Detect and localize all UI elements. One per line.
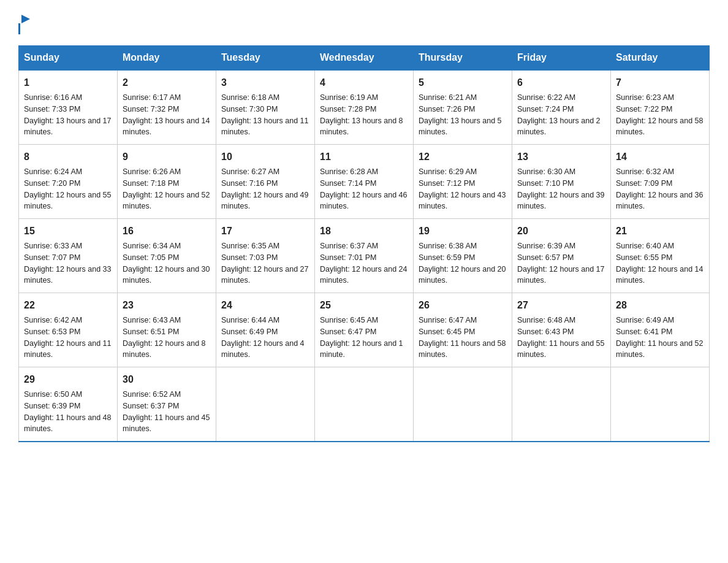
sunrise-text: Sunrise: 6:40 AM: [616, 242, 674, 250]
calendar-week-row: 15Sunrise: 6:33 AMSunset: 7:07 PMDayligh…: [19, 219, 710, 293]
sunrise-text: Sunrise: 6:24 AM: [24, 167, 82, 176]
sunrise-text: Sunrise: 6:35 AM: [221, 242, 279, 250]
day-number: 5: [419, 75, 507, 90]
sunrise-text: Sunrise: 6:42 AM: [24, 316, 82, 324]
sunrise-text: Sunrise: 6:27 AM: [221, 167, 279, 176]
sunset-text: Sunset: 6:43 PM: [517, 327, 574, 336]
calendar-cell: 7Sunrise: 6:23 AMSunset: 7:22 PMDaylight…: [611, 70, 710, 145]
sunrise-text: Sunrise: 6:34 AM: [123, 242, 181, 250]
sunset-text: Sunset: 7:07 PM: [24, 253, 80, 262]
calendar-cell: 29Sunrise: 6:50 AMSunset: 6:39 PMDayligh…: [19, 367, 118, 442]
calendar-cell: 24Sunrise: 6:44 AMSunset: 6:49 PMDayligh…: [216, 293, 315, 367]
sunset-text: Sunset: 6:45 PM: [419, 327, 475, 336]
sunset-text: Sunset: 7:10 PM: [517, 179, 574, 188]
daylight-text: Daylight: 12 hours and 46 minutes.: [320, 191, 407, 211]
sunrise-text: Sunrise: 6:33 AM: [24, 242, 82, 250]
daylight-text: Daylight: 12 hours and 17 minutes.: [517, 265, 604, 285]
day-number: 10: [221, 150, 309, 164]
sunset-text: Sunset: 7:20 PM: [24, 179, 80, 188]
day-number: 23: [123, 298, 211, 313]
logo: [18, 12, 32, 34]
sunset-text: Sunset: 7:01 PM: [320, 253, 376, 262]
sunrise-text: Sunrise: 6:52 AM: [123, 390, 181, 399]
svg-marker-0: [21, 15, 30, 23]
day-number: 9: [123, 150, 211, 164]
calendar-cell: 5Sunrise: 6:21 AMSunset: 7:26 PMDaylight…: [414, 70, 512, 145]
day-number: 1: [24, 75, 112, 90]
calendar-cell: 1Sunrise: 6:16 AMSunset: 7:33 PMDaylight…: [19, 70, 118, 145]
calendar-cell: 9Sunrise: 6:26 AMSunset: 7:18 PMDaylight…: [118, 145, 216, 219]
calendar-week-row: 22Sunrise: 6:42 AMSunset: 6:53 PMDayligh…: [19, 293, 710, 367]
day-number: 18: [320, 224, 408, 239]
col-header-friday: Friday: [512, 46, 611, 71]
day-number: 14: [616, 150, 704, 164]
calendar-cell: [611, 367, 710, 442]
calendar-cell: 22Sunrise: 6:42 AMSunset: 6:53 PMDayligh…: [19, 293, 118, 367]
sunset-text: Sunset: 7:32 PM: [123, 105, 179, 113]
sunset-text: Sunset: 6:41 PM: [616, 327, 672, 336]
daylight-text: Daylight: 13 hours and 14 minutes.: [123, 117, 210, 137]
calendar-week-row: 29Sunrise: 6:50 AMSunset: 6:39 PMDayligh…: [19, 367, 710, 442]
daylight-text: Daylight: 12 hours and 55 minutes.: [24, 191, 111, 211]
day-number: 13: [517, 150, 605, 164]
day-number: 22: [24, 298, 112, 313]
daylight-text: Daylight: 13 hours and 8 minutes.: [320, 117, 403, 137]
daylight-text: Daylight: 12 hours and 11 minutes.: [24, 339, 111, 359]
sunrise-text: Sunrise: 6:26 AM: [123, 167, 181, 176]
calendar-cell: 16Sunrise: 6:34 AMSunset: 7:05 PMDayligh…: [118, 219, 216, 293]
sunrise-text: Sunrise: 6:19 AM: [320, 93, 378, 102]
calendar-cell: 27Sunrise: 6:48 AMSunset: 6:43 PMDayligh…: [512, 293, 611, 367]
sunset-text: Sunset: 7:14 PM: [320, 179, 376, 188]
day-number: 11: [320, 150, 408, 164]
sunset-text: Sunset: 7:03 PM: [221, 253, 278, 262]
calendar-cell: 25Sunrise: 6:45 AMSunset: 6:47 PMDayligh…: [315, 293, 414, 367]
calendar-week-row: 8Sunrise: 6:24 AMSunset: 7:20 PMDaylight…: [19, 145, 710, 219]
calendar-cell: [315, 367, 414, 442]
col-header-wednesday: Wednesday: [315, 46, 414, 71]
daylight-text: Daylight: 13 hours and 11 minutes.: [221, 117, 308, 137]
sunrise-text: Sunrise: 6:50 AM: [24, 390, 82, 399]
day-number: 3: [221, 75, 309, 90]
calendar-cell: 30Sunrise: 6:52 AMSunset: 6:37 PMDayligh…: [118, 367, 216, 442]
sunrise-text: Sunrise: 6:23 AM: [616, 93, 674, 102]
sunset-text: Sunset: 6:53 PM: [24, 327, 80, 336]
sunrise-text: Sunrise: 6:18 AM: [221, 93, 279, 102]
calendar-cell: 8Sunrise: 6:24 AMSunset: 7:20 PMDaylight…: [19, 145, 118, 219]
sunrise-text: Sunrise: 6:39 AM: [517, 242, 575, 250]
daylight-text: Daylight: 12 hours and 52 minutes.: [123, 191, 210, 211]
calendar-cell: 20Sunrise: 6:39 AMSunset: 6:57 PMDayligh…: [512, 219, 611, 293]
daylight-text: Daylight: 12 hours and 27 minutes.: [221, 265, 308, 285]
daylight-text: Daylight: 12 hours and 36 minutes.: [616, 191, 703, 211]
sunset-text: Sunset: 7:26 PM: [419, 105, 475, 113]
sunset-text: Sunset: 7:22 PM: [616, 105, 672, 113]
page-header: [18, 12, 710, 34]
calendar-header-row: SundayMondayTuesdayWednesdayThursdayFrid…: [19, 46, 710, 71]
calendar-cell: 26Sunrise: 6:47 AMSunset: 6:45 PMDayligh…: [414, 293, 512, 367]
day-number: 30: [123, 372, 211, 387]
calendar-cell: [216, 367, 315, 442]
calendar-cell: 28Sunrise: 6:49 AMSunset: 6:41 PMDayligh…: [611, 293, 710, 367]
daylight-text: Daylight: 12 hours and 14 minutes.: [616, 265, 703, 285]
daylight-text: Daylight: 12 hours and 39 minutes.: [517, 191, 604, 211]
sunset-text: Sunset: 6:55 PM: [616, 253, 672, 262]
day-number: 4: [320, 75, 408, 90]
calendar-cell: 23Sunrise: 6:43 AMSunset: 6:51 PMDayligh…: [118, 293, 216, 367]
day-number: 12: [419, 150, 507, 164]
daylight-text: Daylight: 11 hours and 58 minutes.: [419, 339, 506, 359]
sunset-text: Sunset: 6:51 PM: [123, 327, 179, 336]
day-number: 2: [123, 75, 211, 90]
col-header-sunday: Sunday: [19, 46, 118, 71]
calendar-cell: 13Sunrise: 6:30 AMSunset: 7:10 PMDayligh…: [512, 145, 611, 219]
calendar-cell: 11Sunrise: 6:28 AMSunset: 7:14 PMDayligh…: [315, 145, 414, 219]
calendar-table: SundayMondayTuesdayWednesdayThursdayFrid…: [18, 45, 710, 442]
calendar-cell: [512, 367, 611, 442]
calendar-cell: 14Sunrise: 6:32 AMSunset: 7:09 PMDayligh…: [611, 145, 710, 219]
sunrise-text: Sunrise: 6:49 AM: [616, 316, 674, 324]
sunrise-text: Sunrise: 6:47 AM: [419, 316, 477, 324]
day-number: 15: [24, 224, 112, 239]
calendar-week-row: 1Sunrise: 6:16 AMSunset: 7:33 PMDaylight…: [19, 70, 710, 145]
daylight-text: Daylight: 13 hours and 2 minutes.: [517, 117, 601, 137]
daylight-text: Daylight: 11 hours and 45 minutes.: [123, 413, 210, 434]
sunrise-text: Sunrise: 6:21 AM: [419, 93, 477, 102]
daylight-text: Daylight: 11 hours and 52 minutes.: [616, 339, 703, 359]
